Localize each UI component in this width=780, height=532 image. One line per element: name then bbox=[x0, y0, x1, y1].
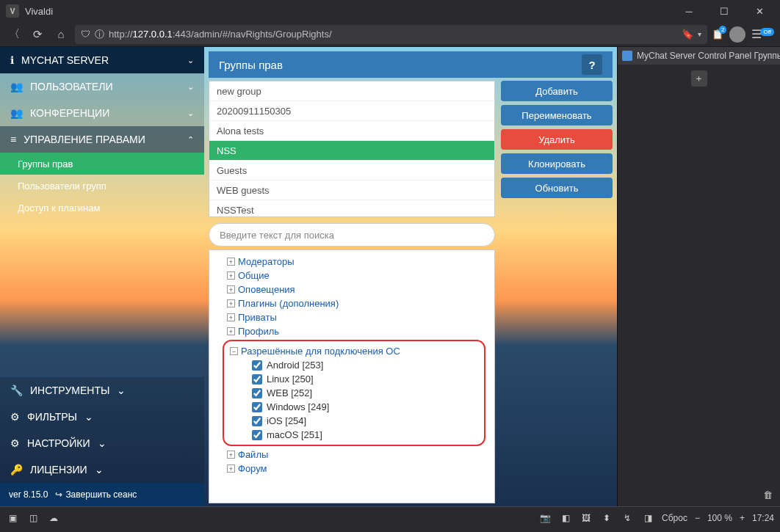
sidebar-toggle-icon[interactable]: ◨ bbox=[641, 511, 654, 525]
tree-node[interactable]: +Модераторы bbox=[211, 255, 488, 269]
images-icon[interactable]: 🖼 bbox=[579, 511, 593, 525]
tree-node[interactable]: +Форум bbox=[211, 462, 488, 475]
group-row[interactable]: Alona tests bbox=[209, 121, 494, 141]
tree-node-expanded[interactable]: −Разрешённые для подключения ОС bbox=[227, 344, 480, 358]
os-checkbox[interactable] bbox=[252, 360, 262, 371]
expand-icon[interactable]: + bbox=[227, 258, 235, 266]
rename-button[interactable]: Переименовать bbox=[501, 105, 613, 125]
tile-icon[interactable]: ◧ bbox=[559, 511, 572, 525]
group-row[interactable]: 20200911150305 bbox=[209, 101, 494, 121]
tree-node[interactable]: +Приваты bbox=[211, 310, 488, 324]
expand-icon[interactable]: + bbox=[227, 272, 235, 280]
cloud-icon[interactable]: ☁ bbox=[47, 511, 60, 525]
expand-icon[interactable]: + bbox=[227, 327, 235, 335]
help-button[interactable]: ? bbox=[582, 54, 602, 75]
extension-header[interactable]: MyChat Server Control Panel Группы bbox=[618, 47, 780, 65]
mail-button[interactable]: 📋2 bbox=[712, 29, 723, 40]
users-icon: 👥 bbox=[10, 107, 23, 119]
cursor-icon[interactable]: ↯ bbox=[621, 511, 634, 525]
sidebar-item-settings[interactable]: ⚙НАСТРОЙКИ⌄ bbox=[0, 430, 204, 456]
os-checkbox[interactable] bbox=[252, 388, 262, 398]
group-row[interactable]: new group bbox=[209, 81, 494, 101]
tiling-icon[interactable]: ◫ bbox=[26, 511, 40, 525]
address-bar[interactable]: 🛡 ⓘ http://127.0.0.1:443/admin/#/navRigh… bbox=[75, 25, 707, 44]
tree-node[interactable]: +Профиль bbox=[211, 324, 488, 338]
tree-leaf[interactable]: Windows [249] bbox=[227, 400, 480, 414]
sidebar-item-server[interactable]: ℹMYCHAT SERVER⌄ bbox=[0, 47, 204, 73]
chevron-down-icon: ⌄ bbox=[187, 56, 194, 65]
delete-button[interactable]: Удалить bbox=[501, 129, 613, 150]
zoom-in-button[interactable]: + bbox=[740, 513, 745, 523]
group-row[interactable]: NSSTest bbox=[209, 200, 494, 217]
reset-zoom-button[interactable]: Сброс bbox=[662, 513, 687, 523]
info-icon: ⓘ bbox=[95, 28, 104, 41]
expand-icon[interactable]: + bbox=[227, 299, 235, 307]
sidebar-item-tools[interactable]: 🔧ИНСТРУМЕНТЫ⌄ bbox=[0, 377, 204, 404]
trash-icon[interactable]: 🗑 bbox=[763, 489, 773, 500]
group-row[interactable]: WEB guests bbox=[209, 181, 494, 200]
sidebar-footer: ver 8.15.0 ↪Завершить сеанс bbox=[0, 483, 204, 506]
reload-button[interactable]: ⟳ bbox=[28, 25, 47, 44]
zoom-out-button[interactable]: − bbox=[695, 513, 700, 523]
status-bar: ▣ ◫ ☁ 📷 ◧ 🖼 ⬍ ↯ ◨ Сброс − 100 % + 17:24 bbox=[0, 506, 780, 528]
sidebar-label: MYCHAT SERVER bbox=[21, 54, 109, 66]
close-button[interactable]: ✕ bbox=[745, 1, 774, 21]
maximize-button[interactable]: ☐ bbox=[709, 1, 739, 21]
tree-node[interactable]: +Файлы bbox=[211, 448, 488, 462]
main-content: Группы прав ? new group 20200911150305 A… bbox=[204, 47, 617, 506]
submenu-group-users[interactable]: Пользователи групп bbox=[0, 175, 204, 197]
tree-node[interactable]: +Общие bbox=[211, 269, 488, 283]
os-checkbox[interactable] bbox=[252, 416, 262, 426]
expand-icon[interactable]: + bbox=[227, 313, 235, 321]
tree-node[interactable]: +Плагины (дополнения) bbox=[211, 296, 488, 310]
minimize-button[interactable]: ─ bbox=[674, 1, 704, 21]
clock: 17:24 bbox=[752, 513, 774, 523]
chevron-down-icon[interactable]: ▾ bbox=[698, 30, 701, 38]
submenu-group-rights[interactable]: Группы прав bbox=[0, 153, 204, 175]
profile-avatar[interactable] bbox=[729, 26, 745, 43]
extension-button[interactable]: ☰Off bbox=[751, 27, 776, 41]
page-header: Группы прав ? bbox=[209, 51, 613, 78]
expand-icon[interactable]: + bbox=[227, 464, 235, 473]
sidebar-item-users[interactable]: 👥ПОЛЬЗОВАТЕЛИ⌄ bbox=[0, 73, 204, 100]
add-panel-button[interactable]: ＋ bbox=[691, 70, 707, 87]
sidebar-label: КОНФЕРЕНЦИИ bbox=[30, 107, 109, 119]
tree-leaf[interactable]: Android [253] bbox=[227, 358, 480, 372]
tree-leaf[interactable]: iOS [254] bbox=[227, 414, 480, 428]
add-button[interactable]: Добавить bbox=[501, 81, 613, 101]
mail-badge: 2 bbox=[719, 26, 726, 34]
tree-leaf[interactable]: macOS [251] bbox=[227, 428, 480, 442]
shield-icon: 🛡 bbox=[81, 29, 90, 40]
submenu-plugin-access[interactable]: Доступ к плагинам bbox=[0, 197, 204, 219]
os-checkbox[interactable] bbox=[252, 374, 262, 385]
bookmark-icon[interactable]: 🔖 bbox=[682, 29, 693, 40]
camera-icon[interactable]: 📷 bbox=[538, 511, 552, 525]
refresh-button[interactable]: Обновить bbox=[501, 178, 613, 198]
home-button[interactable]: ⌂ bbox=[51, 25, 71, 44]
tree-leaf[interactable]: Linux [250] bbox=[227, 372, 480, 386]
collapse-icon[interactable]: − bbox=[230, 347, 238, 355]
back-button[interactable]: 〈 bbox=[4, 25, 24, 44]
os-checkbox[interactable] bbox=[252, 402, 262, 412]
off-badge: Off bbox=[760, 28, 774, 36]
tree-node[interactable]: +Оповещения bbox=[211, 283, 488, 296]
group-row-selected[interactable]: NSS bbox=[209, 141, 494, 161]
sidebar-label: НАСТРОЙКИ bbox=[27, 437, 90, 449]
zoom-level: 100 % bbox=[707, 513, 732, 523]
sidebar-item-licenses[interactable]: 🔑ЛИЦЕНЗИИ⌄ bbox=[0, 456, 204, 483]
tree-leaf[interactable]: WEB [252] bbox=[227, 386, 480, 400]
logout-button[interactable]: ↪Завершить сеанс bbox=[55, 489, 137, 500]
clone-button[interactable]: Клонировать bbox=[501, 153, 613, 174]
filter-icon[interactable]: ⬍ bbox=[600, 511, 613, 525]
sidebar-item-rights[interactable]: ≡УПРАВЛЕНИЕ ПРАВАМИ⌃ bbox=[0, 126, 204, 153]
os-checkbox[interactable] bbox=[252, 430, 262, 440]
sidebar-submenu: Группы прав Пользователи групп Доступ к … bbox=[0, 153, 204, 219]
search-input[interactable]: Введите текст для поиска bbox=[209, 223, 495, 247]
expand-icon[interactable]: + bbox=[227, 285, 235, 294]
sidebar-item-conferences[interactable]: 👥КОНФЕРЕНЦИИ⌄ bbox=[0, 100, 204, 126]
version-text: ver 8.15.0 bbox=[9, 489, 48, 500]
panel-toggle-icon[interactable]: ▣ bbox=[6, 511, 19, 525]
sidebar-item-filters[interactable]: ⚙ФИЛЬТРЫ⌄ bbox=[0, 404, 204, 430]
expand-icon[interactable]: + bbox=[227, 451, 235, 459]
group-row[interactable]: Guests bbox=[209, 161, 494, 181]
